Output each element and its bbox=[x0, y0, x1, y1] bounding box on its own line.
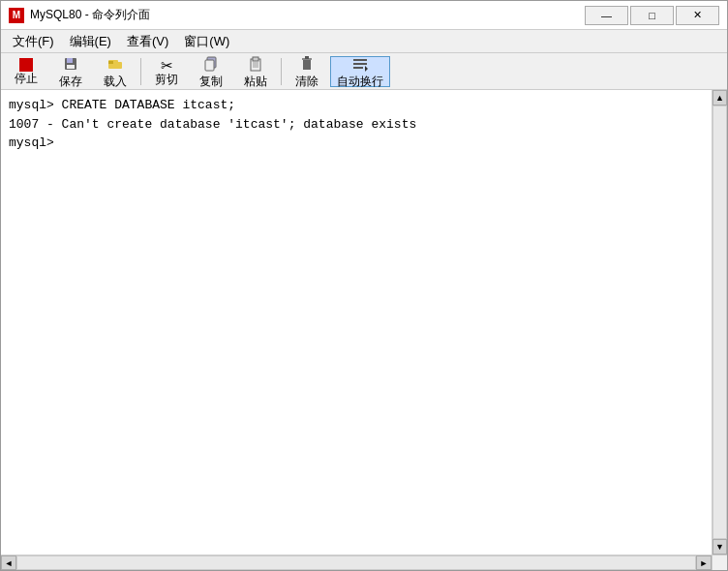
svg-rect-17 bbox=[353, 63, 367, 65]
bottom-row: ◄ ► bbox=[1, 555, 727, 570]
title-bar-controls: — □ ✕ bbox=[585, 6, 719, 25]
svg-rect-9 bbox=[253, 57, 258, 61]
load-icon bbox=[107, 56, 123, 75]
close-button[interactable]: ✕ bbox=[676, 6, 719, 25]
paste-button[interactable]: 粘贴 bbox=[234, 56, 277, 87]
maximize-button[interactable]: □ bbox=[630, 6, 674, 25]
svg-rect-7 bbox=[205, 60, 214, 71]
svg-marker-19 bbox=[365, 66, 368, 72]
paste-label: 粘贴 bbox=[244, 75, 267, 87]
terminal-wrapper: mysql> CREATE DATABASE itcast; 1007 - Ca… bbox=[1, 90, 727, 555]
vertical-scrollbar: ▲ ▼ bbox=[712, 90, 727, 555]
load-button[interactable]: 载入 bbox=[94, 56, 136, 87]
horizontal-scrollbar: ◄ ► bbox=[1, 555, 712, 570]
cut-label: 剪切 bbox=[155, 74, 178, 85]
minimize-button[interactable]: — bbox=[585, 6, 628, 25]
svg-rect-1 bbox=[67, 58, 73, 63]
cut-icon: ✂ bbox=[161, 58, 173, 73]
terminal-output[interactable]: mysql> CREATE DATABASE itcast; 1007 - Ca… bbox=[1, 90, 712, 555]
menu-edit[interactable]: 编辑(E) bbox=[62, 31, 119, 52]
autorun-icon bbox=[352, 56, 368, 75]
menu-view[interactable]: 查看(V) bbox=[119, 31, 176, 52]
save-label: 保存 bbox=[59, 75, 82, 87]
main-window: M MySQL80 - 命令列介面 — □ ✕ 文件(F) 编辑(E) 查看(V… bbox=[0, 0, 728, 571]
title-bar: M MySQL80 - 命令列介面 — □ ✕ bbox=[1, 1, 727, 30]
stop-button[interactable]: 停止 bbox=[5, 56, 47, 87]
clear-button[interactable]: 清除 bbox=[286, 56, 328, 87]
menu-bar: 文件(F) 编辑(E) 查看(V) 窗口(W) bbox=[1, 30, 727, 53]
scroll-track[interactable] bbox=[713, 105, 727, 539]
scroll-down-button[interactable]: ▼ bbox=[713, 539, 727, 555]
svg-rect-5 bbox=[108, 61, 113, 64]
save-button[interactable]: 保存 bbox=[49, 56, 92, 87]
stop-label: 停止 bbox=[15, 73, 38, 84]
paste-icon bbox=[248, 56, 263, 75]
stop-icon bbox=[19, 58, 33, 72]
svg-rect-2 bbox=[67, 65, 75, 69]
scrollbar-corner bbox=[712, 555, 727, 570]
menu-window[interactable]: 窗口(W) bbox=[176, 31, 237, 52]
menu-file[interactable]: 文件(F) bbox=[5, 31, 62, 52]
clear-label: 清除 bbox=[295, 75, 318, 87]
copy-icon bbox=[203, 56, 219, 75]
load-label: 载入 bbox=[104, 75, 127, 87]
svg-rect-18 bbox=[353, 67, 363, 69]
clear-icon bbox=[299, 56, 315, 75]
app-icon: M bbox=[9, 8, 24, 23]
svg-rect-13 bbox=[303, 60, 311, 70]
svg-rect-16 bbox=[353, 59, 367, 61]
copy-button[interactable]: 复制 bbox=[190, 56, 232, 87]
toolbar: 停止 保存 载入 ✂ bbox=[1, 53, 727, 90]
toolbar-sep-1 bbox=[140, 58, 141, 85]
scroll-h-track[interactable] bbox=[16, 556, 696, 570]
autorun-label: 自动换行 bbox=[337, 75, 383, 87]
copy-label: 复制 bbox=[199, 75, 223, 87]
scroll-right-button[interactable]: ► bbox=[696, 556, 712, 570]
svg-rect-15 bbox=[305, 56, 309, 59]
toolbar-sep-2 bbox=[281, 58, 282, 85]
scroll-up-button[interactable]: ▲ bbox=[713, 90, 727, 105]
autorun-button[interactable]: 自动换行 bbox=[330, 56, 390, 87]
scroll-left-button[interactable]: ◄ bbox=[1, 556, 16, 570]
window-title: MySQL80 - 命令列介面 bbox=[30, 7, 585, 23]
save-icon bbox=[63, 56, 78, 75]
cut-button[interactable]: ✂ 剪切 bbox=[145, 56, 188, 87]
